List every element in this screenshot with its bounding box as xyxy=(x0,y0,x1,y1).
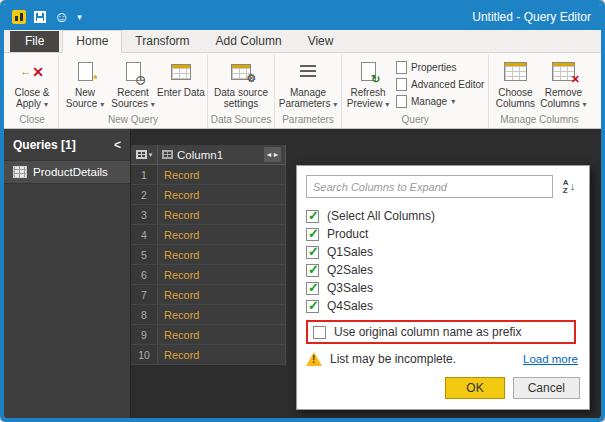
ribbon-group-query: ↻ Refresh Preview ▾ Properties Advanced … xyxy=(342,55,489,128)
column-header-column1[interactable]: Column1 ◄► xyxy=(158,145,286,165)
row-number[interactable]: 6 xyxy=(131,265,158,285)
record-cell[interactable]: Record xyxy=(158,165,286,185)
tab-transform[interactable]: Transform xyxy=(122,31,202,52)
tab-view[interactable]: View xyxy=(295,31,347,52)
ok-button[interactable]: OK xyxy=(445,377,504,399)
row-number[interactable]: 2 xyxy=(131,185,158,205)
remove-columns-icon: ✕ xyxy=(552,59,575,84)
quick-access-toolbar: ☺ ▾ xyxy=(12,9,82,25)
row-number[interactable]: 3 xyxy=(131,205,158,225)
caret-down-icon: ▾ xyxy=(333,100,337,109)
option-q4sales[interactable]: Q4Sales xyxy=(306,297,580,315)
remove-columns-button[interactable]: ✕ Remove Columns ▾ xyxy=(539,55,587,113)
sort-arrow-icon: ↓ xyxy=(570,181,576,192)
data-source-settings-button[interactable]: ⚙ Data source settings xyxy=(210,55,272,113)
ribbon-group-new-query: * New Source ▾ ◷ Recent Sources ▾ Enter … xyxy=(59,55,208,128)
caret-down-icon: ▾ xyxy=(44,100,48,109)
warning-text: List may be incomplete. xyxy=(330,352,456,366)
option-label: Q1Sales xyxy=(327,245,373,259)
titlebar: ☺ ▾ Untitled - Query Editor xyxy=(4,4,601,30)
column-option-list: (Select All Columns) Product Q1Sales Q2S… xyxy=(306,207,580,315)
sidebar-item-productdetails[interactable]: ProductDetails xyxy=(4,160,130,184)
row-number[interactable]: 9 xyxy=(131,325,158,345)
row-number[interactable]: 10 xyxy=(131,345,158,365)
window-title: Untitled - Query Editor xyxy=(472,10,591,24)
group-label-close: Close xyxy=(8,113,56,128)
new-source-button[interactable]: * New Source ▾ xyxy=(61,55,109,113)
option-product[interactable]: Product xyxy=(306,225,580,243)
expand-columns-popup: AZ ↓ (Select All Columns) Product xyxy=(296,165,590,410)
manage-button[interactable]: Manage ▾ xyxy=(396,95,484,108)
editor-content: Queries [1] < ProductDetails ▾ Column1 xyxy=(4,129,601,418)
record-cell[interactable]: Record xyxy=(158,325,286,345)
table-icon xyxy=(136,150,147,159)
record-cell[interactable]: Record xyxy=(158,185,286,205)
row-number[interactable]: 1 xyxy=(131,165,158,185)
option-q3sales[interactable]: Q3Sales xyxy=(306,279,580,297)
table-icon xyxy=(13,166,27,178)
sort-az-button[interactable]: AZ ↓ xyxy=(558,176,580,198)
choose-columns-button[interactable]: Choose Columns xyxy=(491,55,539,113)
record-cell[interactable]: Record xyxy=(158,265,286,285)
record-cell[interactable]: Record xyxy=(158,345,286,365)
recent-sources-button[interactable]: ◷ Recent Sources ▾ xyxy=(109,55,157,113)
tab-file[interactable]: File xyxy=(10,31,59,52)
option-q2sales[interactable]: Q2Sales xyxy=(306,261,580,279)
prefix-checkbox[interactable] xyxy=(313,326,326,339)
checkbox-checked-icon[interactable] xyxy=(306,264,319,277)
prefix-checkbox-label[interactable]: Use original column name as prefix xyxy=(334,325,521,339)
ribbon-group-close: ←✕ Close & Apply ▾ Close xyxy=(6,55,59,128)
row-number[interactable]: 5 xyxy=(131,245,158,265)
option-label: Q4Sales xyxy=(327,299,373,313)
row-number[interactable]: 8 xyxy=(131,305,158,325)
load-more-link[interactable]: Load more xyxy=(523,353,578,365)
advanced-editor-button[interactable]: Advanced Editor xyxy=(396,78,484,91)
queries-pane: Queries [1] < ProductDetails xyxy=(4,129,131,418)
expand-column-button[interactable]: ◄► xyxy=(264,147,281,162)
checkbox-checked-icon[interactable] xyxy=(306,210,319,223)
refresh-preview-button[interactable]: ↻ Refresh Preview ▾ xyxy=(344,55,392,113)
enter-data-button[interactable]: Enter Data xyxy=(157,55,205,113)
data-preview-area: ▾ Column1 ◄► 1 Record 2 Record xyxy=(131,129,601,418)
choose-columns-icon xyxy=(504,59,527,84)
record-cell[interactable]: Record xyxy=(158,305,286,325)
warning-icon xyxy=(306,352,322,366)
group-label-new-query: New Query xyxy=(61,113,205,128)
checkbox-checked-icon[interactable] xyxy=(306,300,319,313)
checkbox-checked-icon[interactable] xyxy=(306,246,319,259)
ribbon-tabbar: File Home Transform Add Column View xyxy=(4,30,601,53)
select-all-corner-button[interactable]: ▾ xyxy=(131,145,158,165)
caret-down-icon: ▾ xyxy=(583,100,587,109)
save-icon[interactable] xyxy=(34,11,46,23)
checkbox-checked-icon[interactable] xyxy=(306,228,319,241)
record-cell[interactable]: Record xyxy=(158,205,286,225)
record-cell[interactable]: Record xyxy=(158,225,286,245)
search-columns-input[interactable] xyxy=(306,175,553,198)
close-apply-icon: ←✕ xyxy=(20,59,44,84)
tab-home[interactable]: Home xyxy=(62,30,122,53)
manage-icon xyxy=(396,95,407,108)
group-label-parameters: Parameters xyxy=(277,113,339,128)
tab-add-column[interactable]: Add Column xyxy=(203,31,295,52)
option-q1sales[interactable]: Q1Sales xyxy=(306,243,580,261)
record-cell[interactable]: Record xyxy=(158,245,286,265)
grid-header-row: ▾ Column1 ◄► xyxy=(131,145,601,165)
advanced-editor-icon xyxy=(396,78,407,91)
feedback-smiley-icon[interactable]: ☺ xyxy=(54,9,69,25)
row-number[interactable]: 7 xyxy=(131,285,158,305)
close-apply-button[interactable]: ←✕ Close & Apply ▾ xyxy=(8,55,56,113)
option-label: Q3Sales xyxy=(327,281,373,295)
record-cell[interactable]: Record xyxy=(158,285,286,305)
checkbox-checked-icon[interactable] xyxy=(306,282,319,295)
powerbi-logo-icon[interactable] xyxy=(12,10,26,24)
recent-sources-icon: ◷ xyxy=(126,59,141,84)
manage-parameters-button[interactable]: Manage Parameters ▾ xyxy=(277,55,339,113)
incomplete-list-warning: List may be incomplete. Load more xyxy=(306,352,580,366)
manage-parameters-icon xyxy=(300,59,316,84)
properties-button[interactable]: Properties xyxy=(396,61,484,74)
row-number[interactable]: 4 xyxy=(131,225,158,245)
toolbar-caret-icon[interactable]: ▾ xyxy=(77,9,82,25)
option-select-all-columns[interactable]: (Select All Columns) xyxy=(306,207,580,225)
collapse-pane-icon[interactable]: < xyxy=(114,138,121,152)
cancel-button[interactable]: Cancel xyxy=(513,377,580,399)
